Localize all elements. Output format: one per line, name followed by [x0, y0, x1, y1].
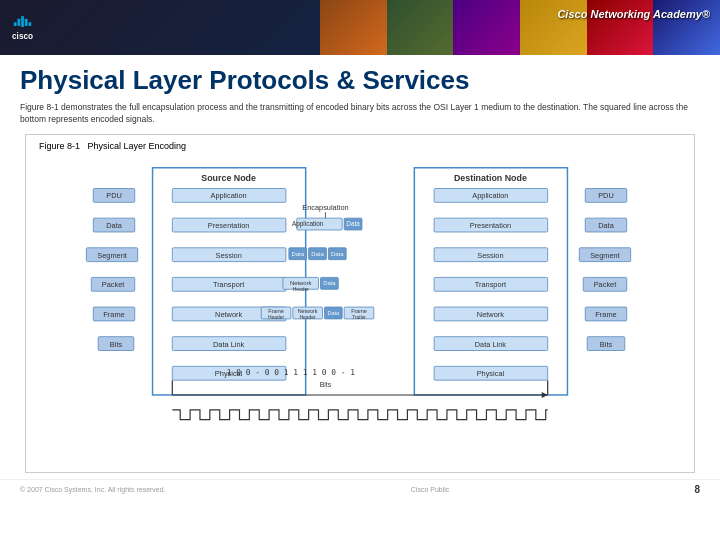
svg-text:Frame: Frame — [595, 310, 616, 319]
svg-rect-2 — [21, 15, 24, 26]
svg-text:Data: Data — [311, 250, 324, 256]
photo-1 — [320, 0, 387, 55]
svg-text:Header: Header — [300, 315, 317, 320]
svg-text:Network: Network — [290, 280, 312, 286]
svg-text:Network: Network — [298, 308, 318, 314]
svg-text:Application: Application — [292, 220, 324, 228]
svg-text:Data Link: Data Link — [475, 339, 507, 348]
svg-text:Network: Network — [215, 310, 242, 319]
svg-text:cisco: cisco — [12, 31, 33, 40]
academy-label: Cisco Networking Academy® — [557, 8, 710, 20]
svg-text:Frame: Frame — [268, 308, 284, 314]
svg-marker-94 — [542, 392, 548, 398]
svg-text:Transport: Transport — [213, 280, 244, 289]
svg-rect-3 — [25, 18, 28, 25]
svg-text:Header: Header — [293, 287, 310, 292]
svg-text:Bits: Bits — [600, 339, 613, 348]
svg-text:Session: Session — [477, 250, 503, 259]
svg-text:Data: Data — [106, 221, 123, 230]
photo-2 — [387, 0, 454, 55]
figure-title: Figure 8-1 Physical Layer Encoding — [34, 141, 686, 151]
footer-page-number: 8 — [694, 484, 700, 495]
svg-text:Application: Application — [211, 191, 247, 200]
svg-text:Frame: Frame — [351, 308, 367, 314]
svg-text:PDU: PDU — [598, 191, 614, 200]
svg-text:Destination Node: Destination Node — [454, 172, 527, 182]
svg-text:Data: Data — [323, 280, 336, 286]
svg-text:Data: Data — [346, 220, 360, 227]
footer-copyright: © 2007 Cisco Systems, Inc. All rights re… — [20, 486, 166, 493]
svg-text:Transport: Transport — [475, 280, 506, 289]
svg-rect-0 — [14, 22, 17, 26]
main-content: Physical Layer Protocols & Services Figu… — [0, 55, 720, 479]
svg-text:Segment: Segment — [590, 250, 620, 259]
svg-text:Data Link: Data Link — [213, 339, 245, 348]
svg-text:Bits: Bits — [320, 381, 332, 388]
header: cisco Cisco Networking Academy® — [0, 0, 720, 55]
svg-text:Data: Data — [328, 310, 340, 316]
page-title: Physical Layer Protocols & Services — [20, 65, 700, 96]
svg-text:Session: Session — [215, 250, 241, 259]
description-text: Figure 8-1 demonstrates the full encapsu… — [20, 102, 700, 126]
svg-text:Presentation: Presentation — [470, 221, 512, 230]
svg-rect-1 — [18, 18, 21, 25]
svg-rect-4 — [29, 22, 32, 26]
svg-text:Segment: Segment — [97, 250, 127, 259]
svg-text:Packet: Packet — [102, 280, 125, 289]
svg-text:Packet: Packet — [594, 280, 617, 289]
svg-text:Encapsulation: Encapsulation — [302, 203, 348, 212]
photo-3 — [453, 0, 520, 55]
figure-area: Figure 8-1 Physical Layer Encoding Sourc… — [25, 134, 695, 473]
footer: © 2007 Cisco Systems, Inc. All rights re… — [0, 479, 720, 499]
svg-text:Application: Application — [472, 191, 508, 200]
diagram: Source Node Destination Node PDU Data Se… — [34, 156, 686, 466]
svg-text:Trailer: Trailer — [352, 315, 366, 320]
svg-text:Bits: Bits — [110, 339, 123, 348]
svg-text:Data: Data — [292, 250, 305, 256]
svg-text:Frame: Frame — [103, 310, 124, 319]
diagram-svg: Source Node Destination Node PDU Data Se… — [34, 156, 686, 466]
svg-text:Source Node: Source Node — [201, 172, 256, 182]
svg-text:PDU: PDU — [106, 191, 122, 200]
svg-text:Network: Network — [477, 310, 504, 319]
svg-text:Data: Data — [331, 250, 344, 256]
svg-text:Physical: Physical — [477, 369, 505, 378]
svg-text:Presentation: Presentation — [208, 221, 249, 230]
cisco-logo: cisco — [12, 11, 67, 45]
svg-text:Data: Data — [598, 221, 615, 230]
svg-text:1 0 0 - 0 0 1 1 1 1 0 0 - 1: 1 0 0 - 0 0 1 1 1 1 0 0 - 1 — [227, 368, 356, 377]
svg-text:Header: Header — [268, 315, 285, 320]
footer-classification: Cisco Public — [411, 486, 450, 493]
